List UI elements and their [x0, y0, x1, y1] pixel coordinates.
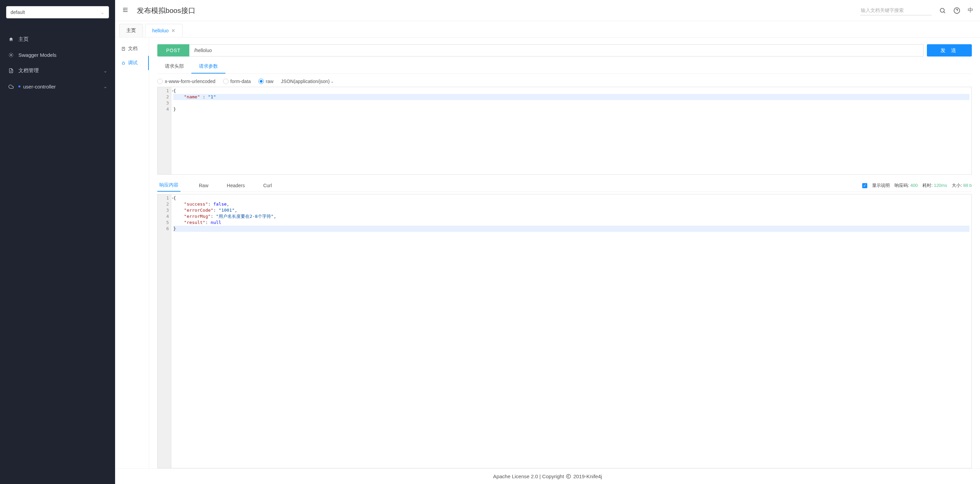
sub-tab-params[interactable]: 请求参数 [191, 60, 226, 73]
resp-tab-headers[interactable]: Headers [227, 180, 245, 191]
url-input[interactable] [189, 44, 923, 57]
home-icon [8, 37, 14, 42]
response-body-viewer[interactable]: 123456 { "success": false, "errorCode": … [158, 194, 972, 468]
search-icon[interactable] [939, 7, 946, 14]
copyright-icon [566, 474, 571, 479]
sidebar-menu: 主页 Swagger Models 文档管理 ⌄ user-controller… [0, 24, 115, 101]
sidebar: default ⌄ 主页 Swagger Models 文档管理 ⌄ user-… [0, 0, 115, 484]
header: 发布模拟boos接口 中 [115, 0, 980, 21]
document-icon [8, 68, 14, 73]
chevron-down-icon: ⌄ [103, 83, 108, 89]
sidebar-item-label: 文档管理 [18, 67, 39, 74]
debug-panel: POST 发 送 请求头部 请求参数 x-www-form-urlencoded… [149, 37, 980, 468]
svg-point-4 [940, 8, 944, 12]
resp-size-label: 大小: [952, 183, 962, 188]
sub-tab-headers[interactable]: 请求头部 [158, 60, 191, 73]
side-tab-debug[interactable]: 调试 [115, 56, 149, 70]
tabs-bar: 主页 helloluo ✕ [115, 21, 980, 37]
tab-label: helloluo [152, 28, 169, 33]
sidebar-item-docs[interactable]: 文档管理 ⌄ [0, 63, 115, 79]
footer: Apache License 2.0 | Copyright 2019-Knif… [115, 468, 980, 484]
request-body-editor[interactable]: 1234 { "name" : "1" } [158, 87, 972, 175]
sidebar-item-label: Swagger Models [18, 52, 57, 58]
page-title: 发布模拟boos接口 [137, 6, 196, 15]
chevron-down-icon: ⌄ [331, 79, 334, 84]
radio-form-data[interactable]: form-data [223, 79, 251, 84]
radio-form-urlencoded[interactable]: x-www-form-urlencoded [158, 79, 216, 84]
resp-tab-raw[interactable]: Raw [199, 180, 208, 191]
chevron-down-icon: ⌄ [103, 68, 108, 74]
resp-code-value: 400 [910, 183, 918, 188]
sidebar-item-label: user-controller [23, 84, 56, 89]
sidebar-collapse-button[interactable] [122, 6, 129, 14]
cloud-icon [8, 84, 14, 89]
tab-helloluo[interactable]: helloluo ✕ [145, 24, 183, 37]
inner-side-tabs: 文档 调试 [115, 37, 149, 468]
method-badge: POST [158, 44, 189, 57]
resp-time-value: 120ms [934, 183, 947, 188]
show-desc-checkbox[interactable] [862, 183, 867, 188]
sidebar-item-user-controller[interactable]: user-controller ⌄ [0, 79, 115, 94]
close-icon[interactable]: ✕ [171, 28, 175, 33]
api-icon [8, 52, 14, 57]
tab-home[interactable]: 主页 [119, 24, 143, 37]
send-button[interactable]: 发 送 [927, 44, 972, 57]
svg-point-12 [566, 474, 571, 479]
response-meta: 显示说明 响应码: 400 耗时: 120ms 大小: 88 b [862, 182, 972, 189]
show-desc-label: 显示说明 [872, 182, 890, 189]
body-type-row: x-www-form-urlencoded form-data raw JSON… [158, 79, 972, 84]
document-icon [121, 47, 126, 51]
request-bar: POST 发 送 [158, 44, 972, 57]
tab-label: 主页 [126, 28, 136, 34]
radio-raw[interactable]: raw [258, 79, 274, 84]
chevron-down-icon: ⌄ [100, 10, 105, 15]
sidebar-item-home[interactable]: 主页 [0, 31, 115, 47]
main: 发布模拟boos接口 中 主页 helloluo ✕ 文档 [115, 0, 980, 484]
svg-line-5 [944, 11, 945, 13]
request-sub-tabs: 请求头部 请求参数 [158, 60, 972, 74]
group-select-value: default [11, 10, 25, 15]
resp-size-value: 88 b [963, 183, 972, 188]
resp-time-label: 耗时: [923, 183, 933, 188]
response-tabs: 响应内容 Raw Headers Curl 显示说明 响应码: 400 耗时: … [158, 179, 972, 192]
group-select[interactable]: default ⌄ [6, 6, 109, 18]
resp-code-label: 响应码: [894, 183, 909, 188]
sidebar-item-label: 主页 [18, 36, 29, 43]
status-dot-icon [18, 86, 21, 87]
sidebar-item-swagger[interactable]: Swagger Models [0, 47, 115, 63]
svg-point-0 [10, 54, 11, 56]
content-type-select[interactable]: JSON(application/json)⌄ [281, 79, 334, 84]
resp-tab-content[interactable]: 响应内容 [158, 179, 180, 192]
bug-icon [121, 61, 126, 65]
resp-tab-curl[interactable]: Curl [263, 180, 272, 191]
language-toggle[interactable]: 中 [968, 7, 973, 14]
side-tab-label: 文档 [128, 46, 138, 52]
search-input[interactable] [860, 5, 932, 15]
help-icon[interactable] [953, 7, 960, 14]
side-tab-label: 调试 [128, 60, 138, 66]
side-tab-doc[interactable]: 文档 [115, 41, 149, 56]
